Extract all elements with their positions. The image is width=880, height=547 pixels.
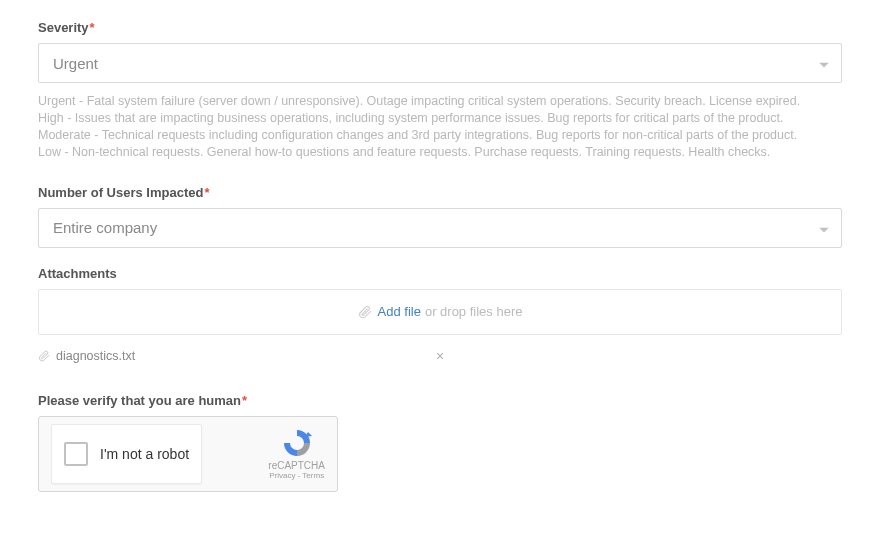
recaptcha-logo-icon bbox=[281, 428, 313, 458]
attachments-field: Attachments Add file or drop files here … bbox=[38, 266, 842, 363]
recaptcha-inner: I'm not a robot bbox=[51, 424, 202, 484]
severity-help-high: High - Issues that are impacting busines… bbox=[38, 110, 842, 127]
paperclip-icon bbox=[38, 350, 50, 362]
recaptcha-brand-text: reCAPTCHA bbox=[268, 460, 325, 471]
severity-label-text: Severity bbox=[38, 20, 89, 35]
recaptcha-checkbox[interactable] bbox=[64, 442, 88, 466]
users-impacted-field: Number of Users Impacted* Entire company bbox=[38, 185, 842, 248]
severity-select-value: Urgent bbox=[53, 55, 98, 72]
recaptcha-checkbox-label: I'm not a robot bbox=[100, 446, 189, 462]
users-impacted-label: Number of Users Impacted* bbox=[38, 185, 842, 200]
captcha-field: Please verify that you are human* I'm no… bbox=[38, 393, 842, 492]
attached-file-name: diagnostics.txt bbox=[56, 349, 135, 363]
add-file-link[interactable]: Add file bbox=[378, 304, 421, 319]
users-impacted-label-text: Number of Users Impacted bbox=[38, 185, 203, 200]
paperclip-icon bbox=[358, 305, 372, 319]
recaptcha-widget: I'm not a robot reCAPTCHA Privacy - Term… bbox=[38, 416, 338, 492]
required-asterisk: * bbox=[90, 20, 95, 35]
users-impacted-select-value: Entire company bbox=[53, 219, 157, 236]
severity-help-moderate: Moderate - Technical requests including … bbox=[38, 127, 842, 144]
remove-file-button[interactable]: × bbox=[436, 348, 444, 364]
required-asterisk: * bbox=[204, 185, 209, 200]
severity-select[interactable]: Urgent bbox=[38, 43, 842, 83]
recaptcha-terms-link[interactable]: Privacy - Terms bbox=[268, 471, 325, 480]
required-asterisk: * bbox=[242, 393, 247, 408]
recaptcha-badge: reCAPTCHA Privacy - Terms bbox=[268, 428, 325, 480]
severity-help-low: Low - Non-technical requests. General ho… bbox=[38, 144, 842, 161]
attachments-dropzone[interactable]: Add file or drop files here bbox=[38, 289, 842, 335]
attachments-label: Attachments bbox=[38, 266, 842, 281]
chevron-down-icon bbox=[819, 219, 829, 236]
chevron-down-icon bbox=[819, 55, 829, 72]
attached-file-row: diagnostics.txt × bbox=[38, 349, 842, 363]
captcha-label: Please verify that you are human* bbox=[38, 393, 842, 408]
severity-field: Severity* Urgent Urgent - Fatal system f… bbox=[38, 20, 842, 161]
severity-help-urgent: Urgent - Fatal system failure (server do… bbox=[38, 93, 842, 110]
users-impacted-select[interactable]: Entire company bbox=[38, 208, 842, 248]
severity-label: Severity* bbox=[38, 20, 842, 35]
drop-hint-text: or drop files here bbox=[425, 304, 523, 319]
severity-help-text: Urgent - Fatal system failure (server do… bbox=[38, 93, 842, 161]
captcha-label-text: Please verify that you are human bbox=[38, 393, 241, 408]
